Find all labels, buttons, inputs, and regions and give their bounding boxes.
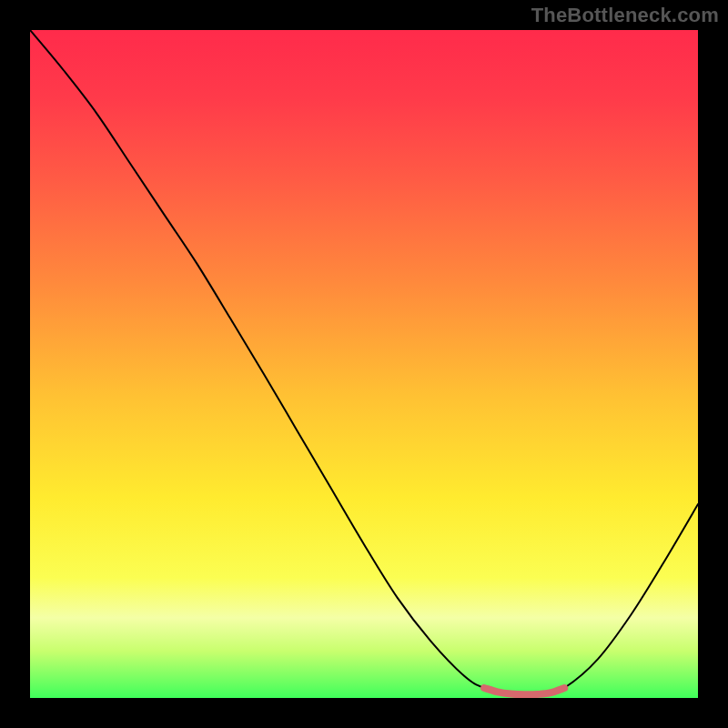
optimal-range-highlight xyxy=(484,688,564,694)
chart-frame: TheBottleneck.com xyxy=(0,0,728,728)
bottleneck-curve xyxy=(30,30,698,694)
plot-area xyxy=(30,30,698,698)
curve-svg xyxy=(30,30,698,698)
watermark-text: TheBottleneck.com xyxy=(531,4,719,27)
